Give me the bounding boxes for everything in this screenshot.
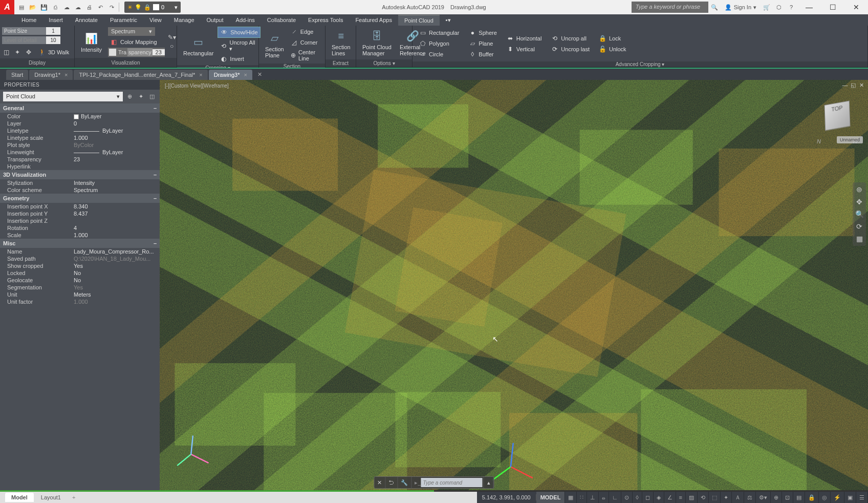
- cmd-config-icon[interactable]: 🔧: [398, 477, 411, 488]
- property-value[interactable]: ByLayer: [74, 128, 160, 134]
- property-row[interactable]: LineweightByLayer: [0, 149, 160, 156]
- units-icon[interactable]: ⊡: [782, 492, 793, 503]
- transparency-input[interactable]: Trasparency23: [108, 48, 165, 57]
- ortho-icon[interactable]: ∟: [609, 492, 621, 503]
- tab-close-icon[interactable]: ×: [64, 72, 68, 78]
- signin-button[interactable]: 👤 Sign In ▾: [721, 0, 761, 14]
- property-value[interactable]: 8.437: [74, 211, 160, 217]
- close-button[interactable]: ✕: [844, 0, 868, 14]
- 3d-icon[interactable]: ⬚: [709, 492, 721, 503]
- prop-group-header[interactable]: General–: [0, 103, 160, 113]
- menu-tab-featured-apps[interactable]: Featured Apps: [349, 15, 398, 25]
- edge-button[interactable]: ⟋Edge: [288, 27, 323, 37]
- property-row[interactable]: LockedNo: [0, 269, 160, 277]
- menu-tab-parametric[interactable]: Parametric: [104, 15, 143, 25]
- property-row[interactable]: UnitMeters: [0, 291, 160, 298]
- rectangular-button[interactable]: ▭Rectangular: [417, 28, 461, 38]
- print-icon[interactable]: 🖨: [84, 2, 94, 12]
- pc-manager-button[interactable]: 🗄Point Cloud Manager: [358, 27, 396, 58]
- doc-tab[interactable]: Drawing1*×: [29, 70, 73, 80]
- menu-overflow-icon[interactable]: ▪▾: [440, 15, 457, 26]
- property-value[interactable]: Spectrum: [74, 187, 160, 193]
- quickprops-icon[interactable]: ▤: [793, 492, 805, 503]
- property-value[interactable]: Q:\2020\HAN_18_Lady_Mou...: [74, 256, 160, 262]
- sphere-button[interactable]: ●Sphere: [466, 28, 498, 38]
- circle-button[interactable]: ○Circle: [417, 49, 461, 59]
- otrack-icon[interactable]: ∠: [664, 492, 676, 503]
- menu-tab-express-tools[interactable]: Express Tools: [302, 15, 349, 25]
- section-lines-button[interactable]: ≡Section Lines: [328, 27, 355, 58]
- property-row[interactable]: Insertion point Y8.437: [0, 210, 160, 217]
- vp-restore-icon[interactable]: ◱: [850, 82, 857, 89]
- vp-close-icon[interactable]: ✕: [858, 82, 865, 89]
- viewport-label[interactable]: [-][Custom View][Wireframe]: [165, 83, 229, 89]
- snap-icon[interactable]: ∷: [577, 492, 587, 503]
- property-value[interactable]: [74, 163, 160, 170]
- menu-tab-output[interactable]: Output: [201, 15, 230, 25]
- property-row[interactable]: GeolocateNo: [0, 277, 160, 284]
- property-row[interactable]: Saved pathQ:\2020\HAN_18_Lady_Mou...: [0, 255, 160, 262]
- property-row[interactable]: Insertion point X8.340: [0, 203, 160, 210]
- orbit-tool-icon[interactable]: ⟳: [856, 222, 862, 230]
- property-value[interactable]: 0: [74, 120, 160, 127]
- cube-icon[interactable]: ◫: [2, 48, 10, 56]
- property-value[interactable]: ByLayer: [74, 113, 160, 119]
- hardware-icon[interactable]: ⚡: [831, 492, 844, 503]
- 3dosnap-icon[interactable]: ◈: [654, 492, 664, 503]
- polygon-button[interactable]: ⬠Polygon: [417, 38, 461, 49]
- circle-tool-icon[interactable]: ○: [168, 42, 176, 50]
- saveas-icon[interactable]: ⎙: [50, 2, 60, 12]
- cloud-save-icon[interactable]: ☁: [73, 2, 83, 12]
- help-icon[interactable]: ?: [785, 1, 797, 13]
- add-layout-button[interactable]: +: [68, 493, 79, 502]
- annoscale-icon[interactable]: ⚖: [744, 492, 756, 503]
- property-value[interactable]: 8.340: [74, 203, 160, 209]
- layout-tab-layout1[interactable]: Layout1: [35, 493, 67, 502]
- doc-tab[interactable]: Start: [6, 70, 28, 80]
- command-input[interactable]: [421, 478, 483, 487]
- osnap-icon[interactable]: ◻: [642, 492, 654, 503]
- property-value[interactable]: Yes: [74, 263, 160, 269]
- menu-tab-add-ins[interactable]: Add-ins: [230, 15, 261, 25]
- spectrum-dropdown[interactable]: Spectrum▾: [108, 27, 155, 36]
- property-value[interactable]: No: [74, 270, 160, 276]
- orbit-icon[interactable]: ✦: [13, 48, 21, 56]
- app-logo[interactable]: A: [0, 0, 14, 14]
- property-value[interactable]: Yes: [74, 284, 160, 290]
- menu-tab-collaborate[interactable]: Collaborate: [261, 15, 302, 25]
- menu-tab-home[interactable]: Home: [15, 15, 42, 25]
- property-value[interactable]: No: [74, 277, 160, 283]
- property-row[interactable]: LinetypeByLayer: [0, 127, 160, 134]
- grid-icon[interactable]: ▦: [565, 492, 577, 503]
- customize-icon[interactable]: ☰: [856, 492, 868, 503]
- toggle-pim-icon[interactable]: ◫: [147, 92, 157, 101]
- property-row[interactable]: SegmentationYes: [0, 284, 160, 291]
- doc-tab[interactable]: TPI-12_Package_Handl...enter_Area_7_Fina…: [74, 70, 207, 80]
- vp-minimize-icon[interactable]: —: [841, 82, 849, 89]
- view-cube[interactable]: TOP NW: [817, 100, 858, 136]
- showhide-button[interactable]: 👁Show/Hide: [218, 27, 260, 38]
- new-tab-button[interactable]: ✕: [253, 69, 266, 80]
- app-store-icon[interactable]: ⬡: [773, 1, 785, 13]
- redo-icon[interactable]: ↷: [106, 2, 117, 12]
- prop-group-header[interactable]: 3D Visualization–: [0, 170, 160, 179]
- property-value[interactable]: [74, 218, 160, 224]
- iso-icon[interactable]: ◊: [633, 492, 642, 503]
- cmd-close-icon[interactable]: ✕: [374, 477, 385, 488]
- invert-button[interactable]: ◐Invert: [218, 54, 260, 64]
- workspace-icon[interactable]: ⚙▾: [756, 492, 771, 503]
- pan-tool-icon[interactable]: ✥: [856, 198, 862, 206]
- showmotion-icon[interactable]: ▦: [856, 235, 863, 243]
- menu-tab-insert[interactable]: Insert: [42, 15, 69, 25]
- infer-icon[interactable]: ⊥: [587, 492, 599, 503]
- cleanscreen-icon[interactable]: ▣: [844, 492, 856, 503]
- annotation-icon[interactable]: Ａ: [732, 492, 744, 503]
- property-value[interactable]: Intensity: [74, 180, 160, 186]
- layout-tab-model[interactable]: Model: [5, 493, 34, 502]
- property-value[interactable]: 1.000: [74, 299, 160, 305]
- property-value[interactable]: 4: [74, 225, 160, 231]
- property-row[interactable]: StylizationIntensity: [0, 179, 160, 186]
- property-row[interactable]: Show croppedYes: [0, 262, 160, 269]
- lock-button[interactable]: 🔒Lock: [597, 33, 628, 44]
- property-row[interactable]: Plot styleByColor: [0, 141, 160, 149]
